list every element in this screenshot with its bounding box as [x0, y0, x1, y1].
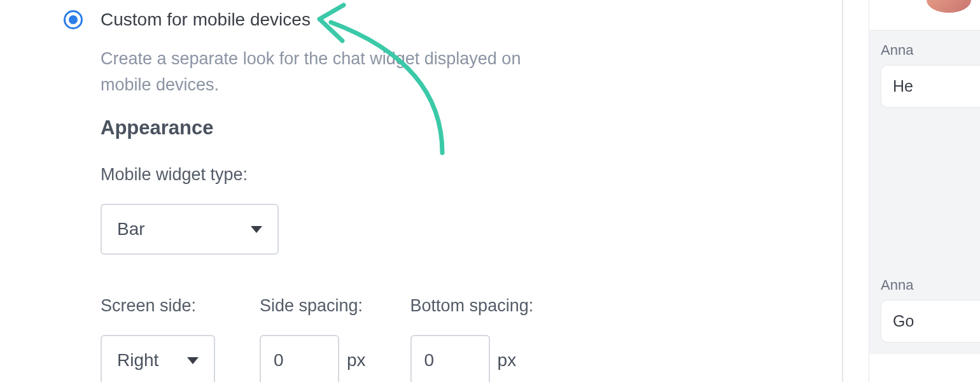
chat-message-bubble: He [881, 65, 980, 108]
screen-side-label: Screen side: [101, 296, 215, 316]
chat-header-area [869, 0, 980, 31]
bottom-spacing-label: Bottom spacing: [410, 296, 534, 316]
avatar [927, 0, 971, 13]
screen-side-value: Right [117, 350, 158, 371]
widget-type-label: Mobile widget type: [101, 165, 842, 185]
radio-custom-mobile[interactable]: Custom for mobile devices [64, 0, 842, 30]
radio-label: Custom for mobile devices [101, 10, 311, 30]
chevron-down-icon [187, 357, 199, 364]
radio-selected-icon [64, 10, 83, 29]
side-spacing-input[interactable] [260, 335, 339, 382]
screen-side-select[interactable]: Right [101, 335, 215, 382]
settings-panel: Custom for mobile devices Create a separ… [0, 0, 843, 382]
bottom-spacing-input[interactable] [410, 335, 490, 382]
side-spacing-unit: px [347, 350, 366, 371]
chat-message: Anna He [869, 31, 980, 119]
chat-message-bubble: Go [881, 300, 980, 343]
chat-spacer [869, 119, 980, 265]
chevron-down-icon [251, 226, 262, 233]
widget-type-value: Bar [117, 219, 145, 239]
chat-message: Anna Go [869, 265, 980, 354]
chat-sender-name: Anna [881, 42, 980, 59]
chat-preview-panel: Anna He Anna Go [869, 0, 980, 382]
bottom-spacing-unit: px [498, 350, 517, 371]
chat-sender-name: Anna [881, 277, 980, 294]
appearance-heading: Appearance [101, 117, 842, 139]
side-spacing-label: Side spacing: [260, 296, 366, 316]
radio-description: Create a separate look for the chat widg… [101, 46, 540, 97]
widget-type-select[interactable]: Bar [101, 204, 279, 255]
